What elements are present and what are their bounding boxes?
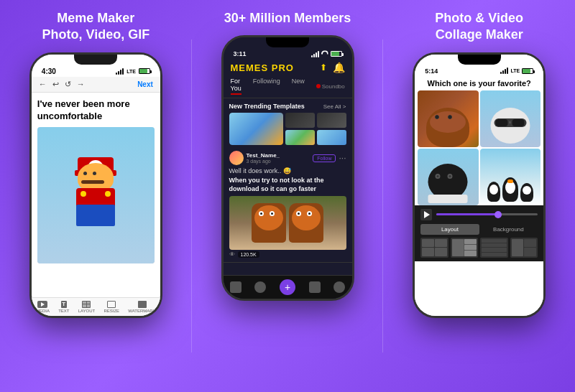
phone1: 4:30 LTE ← (29, 52, 162, 318)
trend-img-3 (285, 130, 315, 145)
home-icon[interactable] (230, 281, 242, 293)
monkey1-eye-l (259, 211, 264, 216)
follow-button[interactable]: Follow (313, 154, 336, 162)
layout-option-3[interactable] (480, 238, 508, 258)
post-dots[interactable]: ··· (339, 153, 346, 163)
undo-icon[interactable]: ↩ (52, 80, 59, 89)
mario-mustache (81, 180, 104, 184)
slider-thumb[interactable] (494, 211, 502, 218)
dog3-eye-l (436, 174, 441, 179)
bottom-resize[interactable]: RESIZE (104, 301, 119, 313)
dog1-head (426, 108, 469, 147)
monkey2-eye-l (296, 211, 301, 216)
dog2-image (480, 90, 541, 147)
monkey-images (229, 196, 346, 250)
dog3-eye-r (448, 174, 453, 179)
lo2-t2 (464, 245, 477, 250)
lens-r (512, 119, 525, 126)
bell-icon[interactable]: 🔔 (333, 62, 345, 73)
tabs-row[interactable]: Layout Background (420, 224, 538, 235)
s-bar1 (311, 55, 313, 57)
play-button[interactable] (420, 209, 432, 220)
phone3: 5:14 LTE Which one is your favorite? (413, 52, 546, 318)
photo-dog3 (418, 149, 479, 205)
watermark-icon (138, 301, 147, 308)
lo4-big (512, 239, 524, 256)
red-dot (316, 84, 321, 88)
nav-for-you[interactable]: For You (231, 78, 242, 95)
profile-icon[interactable] (334, 281, 345, 293)
dog2-head (490, 108, 530, 144)
s-bar4 (318, 51, 319, 57)
phone1-time: 4:30 (42, 67, 56, 75)
trend-img-4 (317, 113, 346, 128)
trending-header: New Trending Templates See All > (229, 103, 346, 110)
monkey2-eyes (296, 211, 312, 216)
layout-option-1[interactable] (420, 238, 448, 258)
redo-icon[interactable]: ↺ (65, 80, 71, 89)
soundbo-label: Soundbo (322, 83, 345, 90)
bottom-media[interactable]: MEDIA (36, 301, 50, 313)
next-button[interactable]: Next (137, 80, 153, 88)
meme-text: I've never been more uncomfortable (37, 98, 155, 123)
grid-icon[interactable] (309, 281, 321, 293)
battery3 (522, 68, 533, 74)
phone3-controls: Layout Background (415, 205, 543, 261)
bottom-layout[interactable]: LAYOUT (78, 301, 96, 313)
nav-new[interactable]: New (292, 78, 305, 95)
trending-section: New Trending Templates See All > (224, 98, 352, 148)
phone1-status-icons: LTE (116, 68, 150, 75)
monkey2-face (292, 205, 321, 230)
post-caption: Well it does work.. 😅 (229, 167, 346, 174)
mario-eyes (83, 172, 96, 175)
wifi-icon (321, 51, 328, 57)
user-avatar (229, 151, 244, 165)
phone1-toolbar[interactable]: ← ↩ ↺ → Next (32, 77, 160, 93)
back-icon[interactable]: ← (39, 80, 47, 88)
background-tab[interactable]: Background (479, 224, 538, 235)
lo4-sm2 (524, 248, 536, 256)
notch3 (458, 55, 501, 65)
upload-icon[interactable]: ⬆ (318, 62, 328, 73)
penguin2 (502, 177, 518, 202)
phone3-time: 5:14 (425, 67, 438, 75)
title-line2: Photo, Video, GIF (42, 27, 150, 42)
sunglasses (494, 118, 526, 127)
nav-soundbo[interactable]: Soundbo (316, 78, 345, 95)
photo-grid (415, 90, 543, 205)
bar1 (116, 73, 117, 75)
lc1 (422, 239, 434, 248)
photo-dog1 (418, 90, 479, 147)
forward-icon[interactable]: → (77, 80, 85, 88)
phone3-question: Which one is your favorite? (415, 76, 543, 90)
lte-label3: LTE (510, 68, 520, 73)
monkey1 (252, 203, 286, 243)
monkey2-eye-r (307, 211, 312, 216)
phone2-header: MEMES PRO ⬆ 🔔 (224, 59, 352, 76)
trend-img-2 (285, 113, 315, 128)
trending-images (229, 113, 346, 145)
phone2-bottom-nav[interactable]: + (224, 275, 352, 299)
p3-bar3 (505, 69, 506, 74)
title-collage: Collage Maker (436, 27, 523, 42)
bottom-text[interactable]: T TEXT (58, 301, 69, 313)
layout-tab[interactable]: Layout (420, 224, 479, 235)
scarf (428, 195, 468, 203)
signal-bars (116, 68, 124, 75)
layout-label: LAYOUT (78, 309, 96, 313)
lo4-sm1 (524, 239, 536, 248)
add-icon[interactable]: + (280, 279, 295, 295)
layout-option-4[interactable] (510, 238, 538, 258)
phone2-nav[interactable]: For You Following New Soundbo (224, 76, 352, 98)
layout-option-2[interactable] (451, 238, 479, 258)
see-all-link[interactable]: See All > (323, 103, 346, 110)
nav-following[interactable]: Following (253, 78, 280, 95)
layout-cell4 (87, 304, 91, 307)
button-right (105, 191, 111, 197)
timeline-slider[interactable] (436, 213, 538, 215)
play-icon (41, 302, 45, 307)
search-icon[interactable] (254, 281, 266, 293)
bottom-watermark[interactable]: WATERMARK (128, 301, 155, 313)
penguin-group (487, 177, 533, 202)
penguins-image (480, 149, 541, 205)
